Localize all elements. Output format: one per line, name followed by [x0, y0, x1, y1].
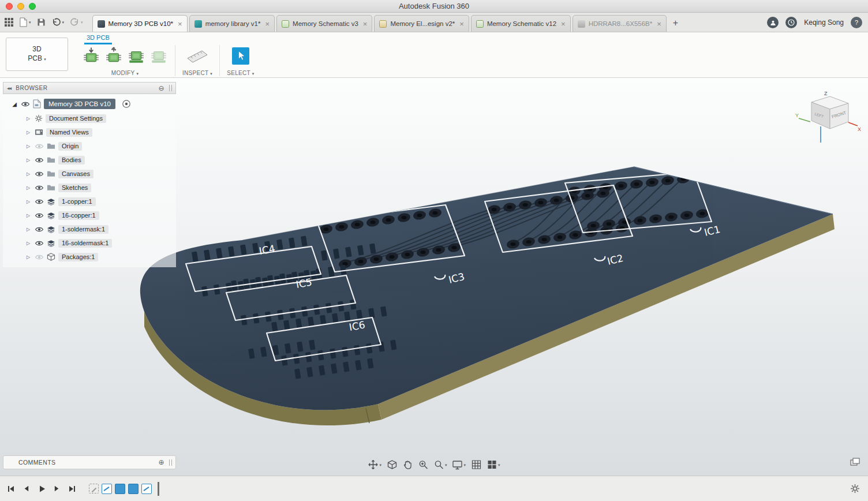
app-grid-button[interactable] [5, 18, 13, 27]
undo-button[interactable]: ▾ [51, 17, 65, 27]
browser-header[interactable]: ◀◀ BROWSER ⊖ [3, 82, 176, 94]
expand-arrow-icon[interactable]: ▷ [25, 255, 32, 260]
job-status-clock-icon[interactable] [785, 17, 797, 28]
visibility-eye-icon[interactable] [36, 241, 43, 245]
visibility-eye-icon[interactable] [36, 144, 43, 148]
workspace-switcher-button[interactable]: 3D PCB ▾ [6, 38, 68, 71]
visibility-eye-icon[interactable] [36, 200, 43, 203]
redo-button[interactable]: ▾ [70, 17, 83, 27]
press-component-button[interactable] [82, 47, 100, 65]
doc-tab-memory-schematic-v3[interactable]: Memory Schematic v3 × [276, 15, 372, 32]
close-tab-icon[interactable]: × [561, 20, 566, 28]
close-tab-icon[interactable]: × [178, 20, 182, 28]
timeline-playhead[interactable] [158, 482, 159, 496]
step-forward-button[interactable] [53, 485, 61, 492]
orbit-button[interactable]: ▾ [368, 459, 381, 470]
panel-grip[interactable] [169, 85, 172, 91]
browser-item-1-copper[interactable]: ▷ 1-copper:1 [3, 195, 176, 208]
comments-bar[interactable]: COMMENTS ⊕ [3, 455, 176, 469]
look-at-button[interactable] [387, 459, 397, 470]
viewport[interactable]: IC1 IC2 IC3 IC4 IC5 IC6 ◀◀ BROWSER ⊖ [0, 78, 868, 476]
titlebar: Autodesk Fusion 360 [0, 0, 868, 13]
timeline-feature-sketch[interactable] [102, 484, 112, 494]
timeline-settings-gear-icon[interactable] [850, 484, 860, 493]
visibility-eye-icon[interactable] [36, 172, 43, 175]
measure-button[interactable] [186, 49, 208, 63]
schematic-doc-icon [476, 20, 484, 28]
doc-tab-memory-schematic-v12[interactable]: Memory Schematic v12 × [471, 15, 571, 32]
browser-root-item[interactable]: ◢ Memory 3D PCB v10 [3, 96, 176, 111]
display-settings-button[interactable]: ▾ [452, 459, 466, 470]
close-tab-icon[interactable]: × [657, 20, 661, 28]
browser-item-origin[interactable]: ▷ Origin [3, 139, 176, 153]
new-tab-button[interactable]: + [673, 18, 678, 28]
expand-arrow-icon[interactable]: ▷ [25, 227, 32, 232]
doc-tab-memory-el-design[interactable]: Memory El...esign v2* × [374, 15, 469, 32]
visibility-eye-icon[interactable] [36, 255, 43, 259]
browser-item-canvases[interactable]: ▷ Canvases [3, 167, 176, 181]
expand-arrow-icon[interactable]: ▷ [25, 213, 32, 218]
visibility-eye-icon[interactable] [36, 227, 43, 231]
expand-arrow-icon[interactable]: ▷ [25, 144, 32, 149]
expand-arrow-icon[interactable]: ▷ [25, 130, 32, 135]
browser-item-document-settings[interactable]: ▷ Document Settings [3, 111, 176, 125]
notification-icon[interactable] [767, 17, 779, 28]
close-tab-icon[interactable]: × [459, 20, 464, 28]
activate-radio-icon[interactable] [122, 99, 131, 109]
visibility-eye-icon[interactable] [36, 158, 43, 162]
doc-tab-hdrrar[interactable]: HDRRAR8...6X556B* × [573, 15, 667, 32]
viewcube[interactable]: Z LEFT FRONT Y X [795, 89, 863, 147]
browser-item-16-soldermask[interactable]: ▷ 16-soldermask:1 [3, 236, 176, 250]
play-button[interactable] [38, 485, 46, 493]
browser-item-sketches[interactable]: ▷ Sketches [3, 181, 176, 195]
visibility-eye-icon[interactable] [22, 102, 29, 106]
timeline-feature-body[interactable] [141, 484, 152, 494]
replace-component-button[interactable] [149, 47, 168, 65]
move-component-button[interactable] [104, 47, 123, 65]
step-back-button[interactable] [23, 485, 30, 492]
file-menu-button[interactable]: ▾ [19, 17, 31, 27]
browser-item-16-copper[interactable]: ▷ 16-copper:1 [3, 208, 176, 222]
expand-arrow-icon[interactable]: ▷ [25, 199, 32, 204]
go-to-start-button[interactable] [7, 485, 15, 493]
expand-arrow-icon[interactable]: ▷ [25, 158, 32, 163]
go-to-end-button[interactable] [68, 485, 76, 493]
browser-item-bodies[interactable]: ▷ Bodies [3, 153, 176, 167]
expand-arrow-icon[interactable]: ▷ [25, 171, 32, 177]
expand-arrow-icon[interactable]: ▷ [25, 116, 32, 121]
close-tab-icon[interactable]: × [265, 20, 270, 28]
collapse-browser-icon[interactable]: ◀◀ [7, 86, 11, 90]
layer-icon [47, 199, 55, 205]
expand-arrow-icon[interactable]: ▷ [25, 185, 32, 190]
timeline-marker-icon[interactable] [89, 484, 99, 493]
remove-panel-icon[interactable]: ⊖ [158, 84, 164, 92]
expand-arrow-icon[interactable]: ▷ [25, 241, 32, 246]
add-component-button[interactable] [127, 47, 145, 65]
zoom-window-button[interactable] [418, 459, 428, 470]
pan-button[interactable] [402, 459, 413, 470]
doc-tab-memory-library[interactable]: memory library v1* × [189, 15, 275, 32]
ribbon-tab-3d-pcb[interactable]: 3D PCB [84, 33, 112, 44]
visibility-eye-icon[interactable] [36, 214, 43, 217]
root-item-label[interactable]: Memory 3D PCB v10 [44, 99, 115, 109]
timeline-feature-board[interactable] [115, 484, 125, 494]
item-label: 1-copper:1 [58, 197, 96, 206]
zoom-button[interactable]: ▾ [433, 459, 447, 470]
close-tab-icon[interactable]: × [363, 20, 368, 28]
toggle-panels-button[interactable] [850, 458, 860, 469]
viewports-button[interactable]: ▾ [487, 459, 500, 470]
browser-item-packages[interactable]: ▷ Packages:1 [3, 250, 176, 264]
expand-arrow-icon[interactable]: ◢ [11, 101, 18, 107]
browser-item-1-soldermask[interactable]: ▷ 1-soldermask:1 [3, 222, 176, 236]
select-button[interactable] [232, 47, 249, 65]
timeline-feature-component[interactable] [128, 484, 139, 494]
grid-snaps-button[interactable] [471, 459, 481, 470]
visibility-eye-icon[interactable] [36, 186, 43, 189]
save-button[interactable] [37, 18, 46, 27]
browser-item-named-views[interactable]: ▷ Named Views [3, 125, 176, 139]
doc-tab-memory-3d-pcb[interactable]: Memory 3D PCB v10* × [92, 15, 188, 32]
help-icon[interactable]: ? [851, 17, 862, 28]
add-comment-icon[interactable]: ⊕ [159, 458, 164, 466]
user-name[interactable]: Keqing Song [804, 18, 844, 27]
panel-grip[interactable] [169, 459, 172, 466]
